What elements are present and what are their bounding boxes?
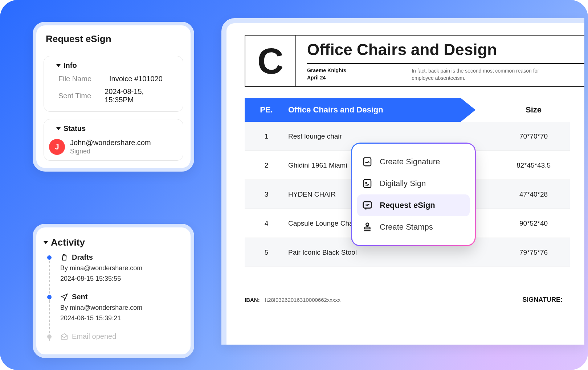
iban-value: It28I93262016310000662xxxxx [265,297,341,303]
request-esign-icon [362,200,373,211]
activity-item-drafts: Drafts By mina@wondershare.com 2024-08-1… [49,253,183,283]
activity-title: Activity [51,237,85,248]
td-size: 79*75*76 [497,248,570,256]
file-name-label: File Name [58,75,109,83]
activity-label: Sent [72,293,87,301]
td-pe: 5 [245,248,288,256]
td-desc: Rest lounge chair [288,132,497,140]
status-header[interactable]: Status [49,124,178,136]
file-name-row: File Name Invoice #101020 [49,73,178,85]
menu-item-create-stamps[interactable]: Create Stamps [357,216,470,238]
activity-list: Drafts By mina@wondershare.com 2024-08-1… [36,253,191,358]
activity-label: Email opened [72,332,116,341]
menu-item-request-esign[interactable]: Request eSign [357,194,470,216]
th-pe: PE. [245,98,288,122]
td-size: 70*70*70 [497,132,570,140]
status-header-label: Status [64,124,86,133]
request-esign-panel: Request eSign Info File Name Invoice #10… [33,22,194,172]
signer-row: J John@wondershare.com Signed [49,139,178,155]
menu-item-label: Digitally Sign [380,179,426,188]
activity-panel: Activity Drafts By mina@wondershare.com … [33,224,194,358]
activity-by: By mina@wondershare.com [60,304,183,312]
td-pe: 3 [245,190,288,198]
activity-header[interactable]: Activity [36,227,191,253]
panel-title: Request eSign [36,25,191,50]
activity-date: 2024-08-15 15:39:21 [60,314,183,322]
td-desc: Pair Iconic Black Stool [288,248,497,256]
avatar: J [49,139,65,155]
document-footer: IBAN: It28I93262016310000662xxxxx SIGNAT… [245,296,563,304]
signature-context-menu: Create SignatureDigitally SignRequest eS… [352,144,475,245]
mail-open-icon [60,333,68,341]
file-name-value: Invoice #101020 [109,75,163,83]
caret-down-icon [56,127,61,130]
iban-label: IBAN: [245,297,260,303]
menu-item-label: Create Signature [380,157,440,166]
td-pe: 2 [245,161,288,169]
caret-down-icon [44,241,48,244]
th-desc: Office Chairs and Design [288,98,497,122]
activity-item-email-opened: Email opened [49,332,183,341]
caret-down-icon [56,64,61,67]
send-icon [60,293,68,301]
digital-sign-icon [362,178,373,189]
svg-rect-0 [364,158,371,166]
th-size: Size [497,98,570,122]
activity-label: Drafts [72,253,93,262]
activity-item-sent: Sent By mina@wondershare.com 2024-08-15 … [49,293,183,322]
signer-email: John@wondershare.com [70,139,151,147]
td-pe: 1 [245,132,288,140]
menu-item-create-signature[interactable]: Create Signature [357,151,470,173]
divider [46,50,181,50]
signature-label: SIGNATURE: [522,296,563,304]
document-author: Graeme Knights [307,67,346,73]
activity-by: By mina@wondershare.com [60,264,183,272]
signature-doc-icon [362,156,373,168]
sent-time-row: Sent Time 2024-08-15, 15:35PM [49,85,178,106]
document-header: C Office Chairs and Design Graeme Knight… [245,35,584,87]
document-blurb: In fact, back pain is the second most co… [412,67,557,82]
status-section: Status J John@wondershare.com Signed [44,119,183,161]
document-title: Office Chairs and Design [307,36,584,64]
table-header: PE. Office Chairs and Design Size [245,98,570,122]
td-pe: 4 [245,219,288,227]
svg-rect-1 [364,180,371,188]
bag-icon [60,254,68,262]
menu-item-label: Request eSign [380,201,435,210]
info-header-label: Info [64,61,77,70]
activity-date: 2024-08-15 15:35:55 [60,275,183,283]
sent-time-value: 2024-08-15, 15:35PM [105,87,168,104]
menu-item-digitally-sign[interactable]: Digitally Sign [357,173,470,194]
logo-letter: C [245,36,296,86]
info-header[interactable]: Info [49,61,178,73]
stamp-icon [362,221,373,233]
td-size: 90*52*40 [497,219,570,227]
td-size: 82*45*43.5 [497,161,570,169]
info-section: Info File Name Invoice #101020 Sent Time… [44,56,183,112]
signer-status: Signed [70,148,151,155]
td-size: 47*40*28 [497,190,570,198]
document-date: April 24 [307,75,346,81]
sent-time-label: Sent Time [58,92,105,100]
menu-item-label: Create Stamps [380,222,433,232]
